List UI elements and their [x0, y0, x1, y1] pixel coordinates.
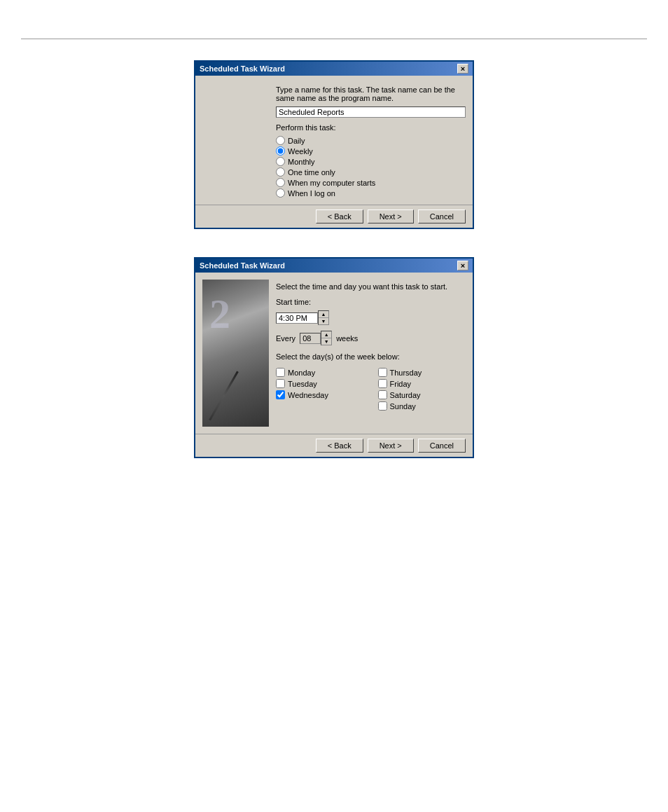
- dialog2-close-button[interactable]: ×: [457, 261, 468, 270]
- dialog1-footer: < Back Next > Cancel: [195, 205, 473, 228]
- dialog2: Scheduled Task Wizard × 2 Select the tim…: [194, 257, 474, 458]
- radio-logon-label: When I log on: [288, 189, 335, 198]
- radio-onetime-label: One time only: [288, 168, 335, 177]
- radio-startup-label: When my computer starts: [288, 179, 375, 187]
- weeks-label: weeks: [336, 334, 358, 343]
- cb-sunday[interactable]: Sunday: [378, 401, 466, 411]
- every-spinbox-buttons: ▲ ▼: [321, 331, 332, 345]
- cb-thursday-input[interactable]: [378, 368, 387, 377]
- frequency-radio-group: Daily Weekly Monthly One time only: [276, 136, 466, 198]
- cb-tuesday-input[interactable]: [276, 379, 285, 388]
- cb-sunday-input[interactable]: [378, 401, 387, 411]
- dialog1-back-button[interactable]: < Back: [316, 209, 363, 223]
- radio-daily-label: Daily: [288, 137, 305, 145]
- dialog2-right: Select the time and day you want this ta…: [276, 280, 466, 427]
- dialog1-titlebar: Scheduled Task Wizard ×: [195, 62, 473, 76]
- days-checkbox-grid: Monday Thursday Tuesday Friday: [276, 368, 466, 411]
- cb-saturday-label: Saturday: [390, 391, 421, 399]
- dialog1-next-button[interactable]: Next >: [368, 209, 414, 223]
- cb-saturday-input[interactable]: [378, 390, 387, 399]
- cb-monday-input[interactable]: [276, 368, 285, 377]
- dialog1-close-button[interactable]: ×: [457, 64, 468, 74]
- dialog1: Scheduled Task Wizard × 2 Type a name fo…: [194, 60, 474, 229]
- dialog1-title: Scheduled Task Wizard: [200, 64, 285, 73]
- dialog1-description: Type a name for this task. The task name…: [276, 85, 466, 102]
- radio-daily[interactable]: Daily: [276, 136, 466, 145]
- cb-monday-label: Monday: [288, 369, 315, 377]
- radio-monthly-label: Monthly: [288, 158, 315, 166]
- radio-startup[interactable]: When my computer starts: [276, 178, 466, 187]
- dialog2-cancel-button[interactable]: Cancel: [418, 439, 466, 453]
- cb-wednesday-input[interactable]: [276, 390, 285, 399]
- page-content: Scheduled Task Wizard × 2 Type a name fo…: [0, 39, 668, 486]
- dialog2-next-button[interactable]: Next >: [368, 439, 414, 453]
- start-time-up-button[interactable]: ▲: [319, 311, 328, 318]
- cb-saturday[interactable]: Saturday: [378, 390, 466, 399]
- task-name-input[interactable]: [276, 106, 466, 118]
- cb-wednesday-label: Wednesday: [288, 391, 328, 399]
- radio-weekly-input[interactable]: [276, 146, 285, 156]
- every-label: Every: [276, 334, 295, 343]
- dialog2-body: 2 Select the time and day you want this …: [195, 273, 473, 434]
- dialog2-footer: < Back Next > Cancel: [195, 434, 473, 457]
- select-days-label: Select the day(s) of the week below:: [276, 352, 466, 361]
- every-row: Every ▲ ▼ weeks: [276, 331, 466, 345]
- pen-image-number2: 2: [209, 290, 230, 338]
- radio-monthly[interactable]: Monthly: [276, 157, 466, 166]
- every-input[interactable]: [300, 333, 321, 344]
- start-time-down-button[interactable]: ▼: [319, 318, 328, 324]
- cb-thursday[interactable]: Thursday: [378, 368, 466, 377]
- radio-startup-input[interactable]: [276, 178, 285, 187]
- radio-daily-input[interactable]: [276, 136, 285, 145]
- dialog2-description: Select the time and day you want this ta…: [276, 282, 466, 291]
- cb-sunday-label: Sunday: [390, 402, 416, 411]
- start-time-input[interactable]: [276, 312, 318, 324]
- cb-tuesday[interactable]: Tuesday: [276, 379, 364, 388]
- dialog2-titlebar: Scheduled Task Wizard ×: [195, 259, 473, 273]
- start-time-label: Start time:: [276, 298, 466, 306]
- cb-tuesday-label: Tuesday: [288, 380, 317, 388]
- radio-weekly[interactable]: Weekly: [276, 146, 466, 156]
- every-down-button[interactable]: ▼: [321, 338, 331, 345]
- radio-weekly-label: Weekly: [288, 147, 313, 156]
- radio-logon[interactable]: When I log on: [276, 188, 466, 198]
- dialog2-title: Scheduled Task Wizard: [200, 261, 285, 270]
- start-time-spinbox-buttons: ▲ ▼: [318, 310, 329, 325]
- dialog1-body: 2 Type a name for this task. The task na…: [195, 76, 473, 205]
- cb-friday-input[interactable]: [378, 379, 387, 388]
- cb-thursday-label: Thursday: [390, 369, 422, 377]
- radio-onetime-input[interactable]: [276, 167, 285, 177]
- cb-monday[interactable]: Monday: [276, 368, 364, 377]
- start-time-spinbox: ▲ ▼: [276, 310, 329, 325]
- radio-monthly-input[interactable]: [276, 157, 285, 166]
- start-time-row: ▲ ▼: [276, 310, 466, 325]
- cb-friday-label: Friday: [390, 380, 412, 388]
- dialog2-image: 2: [202, 280, 269, 427]
- every-spinbox: ▲ ▼: [300, 331, 332, 345]
- perform-label: Perform this task:: [276, 123, 466, 132]
- dialog2-back-button[interactable]: < Back: [316, 439, 363, 453]
- radio-onetime[interactable]: One time only: [276, 167, 466, 177]
- every-up-button[interactable]: ▲: [321, 331, 331, 338]
- dialog1-cancel-button[interactable]: Cancel: [418, 209, 466, 223]
- radio-logon-input[interactable]: [276, 188, 285, 198]
- cb-friday[interactable]: Friday: [378, 379, 466, 388]
- dialog1-right: Type a name for this task. The task name…: [276, 83, 466, 198]
- cb-wednesday[interactable]: Wednesday: [276, 390, 364, 399]
